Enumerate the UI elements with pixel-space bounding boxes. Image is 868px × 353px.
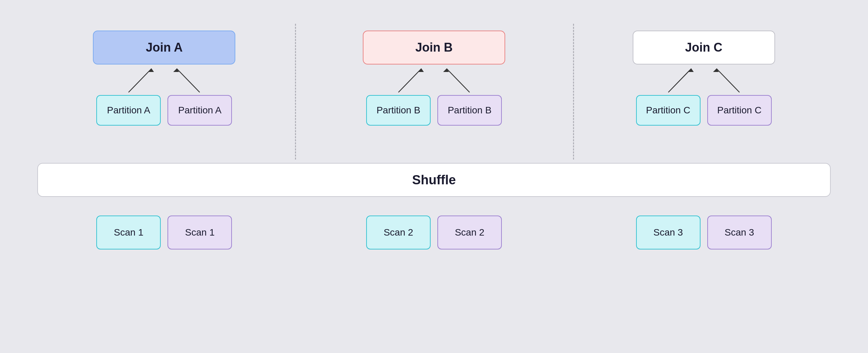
svg-marker-5 bbox=[418, 69, 424, 72]
partition-c-left-label: Partition C bbox=[646, 105, 690, 116]
scan-1-left: Scan 1 bbox=[96, 216, 161, 249]
join-a-box: Join A bbox=[93, 31, 235, 64]
scan-3-left: Scan 3 bbox=[636, 216, 701, 249]
partition-b-right: Partition B bbox=[437, 95, 502, 126]
partition-c-row: Partition C Partition C bbox=[636, 95, 772, 126]
scan-group-1: Scan 1 Scan 1 bbox=[37, 216, 291, 249]
scan-2-right-label: Scan 2 bbox=[455, 227, 484, 238]
join-b-label: Join B bbox=[415, 40, 453, 55]
partition-a-left: Partition A bbox=[96, 95, 161, 126]
svg-marker-9 bbox=[688, 69, 694, 72]
scan-2-left: Scan 2 bbox=[366, 216, 431, 249]
main-canvas: Join A Partition A Partition A bbox=[17, 17, 851, 336]
join-group-c: Join C Partition C Partition C bbox=[577, 31, 831, 126]
join-a-label: Join A bbox=[146, 40, 183, 55]
scan-2-right: Scan 2 bbox=[437, 216, 502, 249]
partition-c-left: Partition C bbox=[636, 95, 701, 126]
join-group-b: Join B Partition B Partition B bbox=[307, 31, 561, 126]
scan-group-2: Scan 2 Scan 2 bbox=[307, 216, 561, 249]
svg-line-6 bbox=[447, 69, 470, 92]
partition-a-left-label: Partition A bbox=[107, 105, 151, 116]
partition-a-right: Partition A bbox=[167, 95, 232, 126]
scan-1-right: Scan 1 bbox=[167, 216, 232, 249]
shuffle-label: Shuffle bbox=[412, 173, 456, 187]
scan-3-right: Scan 3 bbox=[707, 216, 772, 249]
partition-b-left: Partition B bbox=[366, 95, 431, 126]
scan-2-left-label: Scan 2 bbox=[383, 227, 413, 238]
svg-line-4 bbox=[398, 69, 421, 92]
scan-section: Scan 1 Scan 1 Scan 2 Scan 2 Scan 3 Scan … bbox=[17, 200, 851, 268]
svg-line-8 bbox=[668, 69, 691, 92]
join-c-box: Join C bbox=[633, 31, 775, 64]
scan-3-right-label: Scan 3 bbox=[725, 227, 754, 238]
shuffle-section: Shuffle bbox=[17, 160, 851, 200]
partition-c-right-label: Partition C bbox=[717, 105, 762, 116]
partition-b-right-label: Partition B bbox=[448, 105, 491, 116]
join-c-label: Join C bbox=[685, 40, 723, 55]
dashed-divider-1 bbox=[295, 24, 296, 160]
join-c-arrows bbox=[633, 64, 775, 95]
join-b-arrows bbox=[363, 64, 505, 95]
join-b-box: Join B bbox=[363, 31, 505, 64]
partition-b-row: Partition B Partition B bbox=[366, 95, 502, 126]
scan-1-left-label: Scan 1 bbox=[114, 227, 143, 238]
partition-a-right-label: Partition A bbox=[178, 105, 222, 116]
svg-line-2 bbox=[177, 69, 200, 92]
scan-3-left-label: Scan 3 bbox=[653, 227, 683, 238]
scan-1-right-label: Scan 1 bbox=[185, 227, 215, 238]
join-b-arrow-svg bbox=[363, 64, 505, 95]
svg-marker-1 bbox=[148, 69, 154, 72]
join-a-arrow-svg bbox=[93, 64, 235, 95]
partition-c-right: Partition C bbox=[707, 95, 772, 126]
svg-line-0 bbox=[129, 69, 152, 92]
top-section: Join A Partition A Partition A bbox=[17, 17, 851, 160]
partition-a-row: Partition A Partition A bbox=[96, 95, 232, 126]
dashed-divider-2 bbox=[573, 24, 574, 160]
scan-group-3: Scan 3 Scan 3 bbox=[577, 216, 831, 249]
join-group-a: Join A Partition A Partition A bbox=[37, 31, 291, 126]
partition-b-left-label: Partition B bbox=[376, 105, 420, 116]
join-c-arrow-svg bbox=[633, 64, 775, 95]
join-a-arrows bbox=[93, 64, 235, 95]
shuffle-box: Shuffle bbox=[37, 163, 831, 197]
svg-line-10 bbox=[716, 69, 739, 92]
